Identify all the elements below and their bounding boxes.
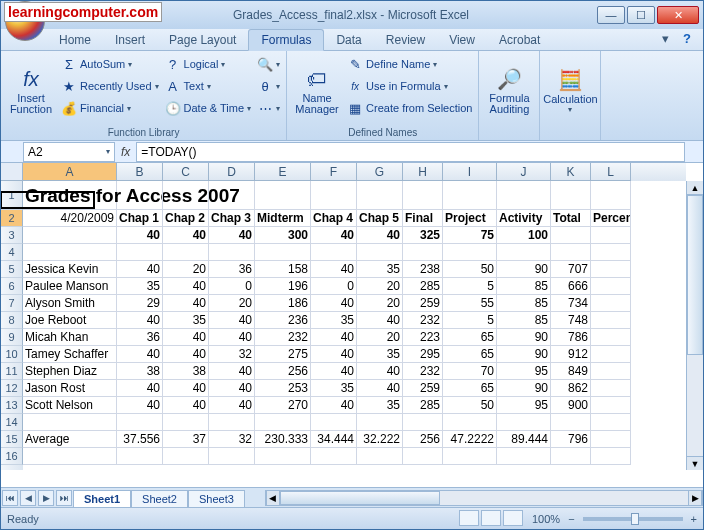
cell[interactable]: 40	[163, 278, 209, 295]
cell[interactable]: 236	[255, 312, 311, 329]
cell[interactable]	[255, 244, 311, 261]
cell[interactable]	[357, 244, 403, 261]
cell[interactable]	[591, 261, 631, 278]
cell[interactable]: 95	[497, 363, 551, 380]
tab-formulas[interactable]: Formulas	[248, 29, 324, 51]
cell[interactable]: 35	[357, 261, 403, 278]
cell[interactable]	[357, 181, 403, 210]
col-header-G[interactable]: G	[357, 163, 403, 181]
cell[interactable]: Total	[551, 210, 591, 227]
cell[interactable]	[551, 227, 591, 244]
cell[interactable]: 40	[209, 363, 255, 380]
cell[interactable]: 38	[117, 363, 163, 380]
zoom-out-button[interactable]: −	[568, 513, 574, 525]
cell[interactable]: 40	[163, 329, 209, 346]
cell[interactable]: 912	[551, 346, 591, 363]
cell[interactable]	[357, 414, 403, 431]
cell[interactable]: 186	[255, 295, 311, 312]
minimize-button[interactable]: —	[597, 6, 625, 24]
cell[interactable]: 85	[497, 295, 551, 312]
cell[interactable]: 40	[209, 227, 255, 244]
cell[interactable]	[23, 227, 117, 244]
cell[interactable]: Chap 3	[209, 210, 255, 227]
row-header-3[interactable]: 3	[1, 227, 23, 244]
pagebreak-view-icon[interactable]	[503, 510, 523, 526]
cell[interactable]: 40	[117, 346, 163, 363]
cell[interactable]: Scott Nelson	[23, 397, 117, 414]
col-header-C[interactable]: C	[163, 163, 209, 181]
cell[interactable]: 0	[311, 278, 357, 295]
cell[interactable]: 36	[117, 329, 163, 346]
cell[interactable]: 196	[255, 278, 311, 295]
cell[interactable]: 100	[497, 227, 551, 244]
cell[interactable]: Paulee Manson	[23, 278, 117, 295]
cell[interactable]: 47.2222	[443, 431, 497, 448]
first-sheet-icon[interactable]: ⏮	[2, 490, 18, 506]
column-headers[interactable]: ABCDEFGHIJKL	[23, 163, 686, 181]
hscroll-thumb[interactable]	[280, 491, 440, 505]
row-headers[interactable]: 12345678910111213141516	[1, 181, 23, 470]
col-header-K[interactable]: K	[551, 163, 591, 181]
cell[interactable]: 90	[497, 329, 551, 346]
cell[interactable]	[591, 329, 631, 346]
cell[interactable]: 253	[255, 380, 311, 397]
cell[interactable]	[443, 448, 497, 465]
cell[interactable]: 40	[163, 380, 209, 397]
cell[interactable]: 40	[117, 227, 163, 244]
cell[interactable]: 666	[551, 278, 591, 295]
cell[interactable]: 90	[497, 380, 551, 397]
cell[interactable]: 20	[209, 295, 255, 312]
cell[interactable]: Joe Reboot	[23, 312, 117, 329]
sheet-tab-sheet2[interactable]: Sheet2	[131, 490, 188, 507]
tab-view[interactable]: View	[437, 30, 487, 50]
cell[interactable]	[591, 244, 631, 261]
cell[interactable]	[163, 414, 209, 431]
cell[interactable]: 35	[311, 312, 357, 329]
cell[interactable]: 707	[551, 261, 591, 278]
datetime-button[interactable]: 🕒Date & Time▾	[165, 97, 252, 119]
cell[interactable]: 232	[403, 363, 443, 380]
formula-auditing-button[interactable]: 🔎 Formula Auditing	[485, 53, 533, 127]
cell[interactable]: 5	[443, 278, 497, 295]
row-header-1[interactable]: 1	[1, 181, 23, 210]
cell[interactable]: 50	[443, 261, 497, 278]
cell[interactable]	[591, 448, 631, 465]
cell[interactable]	[117, 244, 163, 261]
cell[interactable]: 35	[117, 278, 163, 295]
lookup-button[interactable]: 🔍▾	[257, 53, 280, 75]
cell[interactable]: Tamey Schaffer	[23, 346, 117, 363]
cell[interactable]: Jason Rost	[23, 380, 117, 397]
cell[interactable]	[23, 448, 117, 465]
zoom-in-button[interactable]: +	[691, 513, 697, 525]
cell[interactable]: Midterm	[255, 210, 311, 227]
cell[interactable]	[23, 414, 117, 431]
cell[interactable]	[403, 244, 443, 261]
cell[interactable]: 20	[357, 295, 403, 312]
cell[interactable]: 4/20/2009	[23, 210, 117, 227]
cell[interactable]	[497, 181, 551, 210]
cell[interactable]: 40	[117, 397, 163, 414]
normal-view-icon[interactable]	[459, 510, 479, 526]
cell[interactable]: 37	[163, 431, 209, 448]
cell[interactable]: 40	[209, 380, 255, 397]
cell[interactable]: 232	[255, 329, 311, 346]
cell[interactable]: 75	[443, 227, 497, 244]
col-header-H[interactable]: H	[403, 163, 443, 181]
last-sheet-icon[interactable]: ⏭	[56, 490, 72, 506]
cell[interactable]: 40	[117, 380, 163, 397]
maximize-button[interactable]: ☐	[627, 6, 655, 24]
row-header-6[interactable]: 6	[1, 278, 23, 295]
financial-button[interactable]: 💰Financial▾	[61, 97, 159, 119]
cell[interactable]	[591, 346, 631, 363]
autosum-button[interactable]: ΣAutoSum▾	[61, 53, 159, 75]
cell[interactable]: Micah Khan	[23, 329, 117, 346]
cell[interactable]: Chap 1	[117, 210, 163, 227]
cell[interactable]: 40	[209, 329, 255, 346]
formula-bar[interactable]: =TODAY()	[136, 142, 685, 162]
calculation-button[interactable]: 🧮 Calculation ▾	[546, 53, 594, 127]
cell[interactable]: 35	[357, 397, 403, 414]
cell[interactable]: 256	[255, 363, 311, 380]
cell[interactable]: 40	[311, 346, 357, 363]
row-header-15[interactable]: 15	[1, 431, 23, 448]
layout-view-icon[interactable]	[481, 510, 501, 526]
